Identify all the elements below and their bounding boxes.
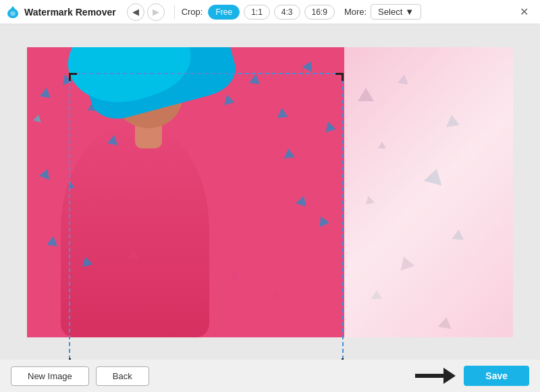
tri-5 xyxy=(33,113,43,122)
more-label: More: xyxy=(344,7,367,17)
crop-4-3-button[interactable]: 4:3 xyxy=(274,5,300,20)
tri-12 xyxy=(302,58,317,72)
close-button[interactable]: ✕ xyxy=(514,3,533,22)
wm-tri-6 xyxy=(364,194,375,204)
crop-1-1-button[interactable]: 1:1 xyxy=(244,5,270,20)
titlebar: Watermark Remover ◀ ▶ Crop: Free 1:1 4:3… xyxy=(0,0,540,24)
svg-marker-1 xyxy=(9,6,17,11)
wm-tri-5 xyxy=(424,166,446,185)
tri-21 xyxy=(229,269,241,280)
tri-11 xyxy=(276,107,288,117)
wm-tri-8 xyxy=(397,254,415,270)
main-image xyxy=(27,47,344,337)
tri-18 xyxy=(296,194,309,206)
select-label: Select xyxy=(378,7,402,17)
image-container xyxy=(27,47,513,337)
watermark-area xyxy=(344,47,513,337)
crop-label: Crop: xyxy=(182,7,203,17)
tri-22 xyxy=(269,289,281,301)
tri-19 xyxy=(316,214,329,227)
tri-20 xyxy=(128,249,139,259)
actionbar: New Image Back Save xyxy=(0,360,540,392)
tri-15 xyxy=(283,147,295,158)
save-button[interactable]: Save xyxy=(464,366,529,386)
tri-10 xyxy=(249,73,261,84)
tri-1 xyxy=(40,86,52,98)
tri-23 xyxy=(47,235,59,246)
dropdown-arrow-icon: ▼ xyxy=(405,7,414,17)
wm-tri-2 xyxy=(398,73,410,84)
svg-rect-3 xyxy=(415,374,443,378)
svg-marker-4 xyxy=(443,368,456,384)
wm-tri-10 xyxy=(438,316,453,329)
app-logo xyxy=(5,5,20,20)
arrow-icon xyxy=(415,366,456,386)
canvas-area xyxy=(0,24,540,360)
divider xyxy=(174,5,175,19)
select-dropdown[interactable]: Select ▼ xyxy=(371,4,421,20)
tri-9 xyxy=(221,93,234,105)
tri-13 xyxy=(323,119,336,132)
svg-point-2 xyxy=(10,11,16,16)
wm-tri-9 xyxy=(371,290,382,299)
forward-nav-button[interactable]: ▶ xyxy=(147,3,165,21)
tri-17 xyxy=(67,181,75,189)
new-image-button[interactable]: New Image xyxy=(11,366,89,386)
app-title: Watermark Remover xyxy=(24,7,116,18)
wm-tri-3 xyxy=(445,113,460,127)
crop-free-button[interactable]: Free xyxy=(208,5,240,20)
wm-tri-1 xyxy=(358,88,374,101)
tri-14 xyxy=(107,134,120,145)
back-button[interactable]: Back xyxy=(96,366,149,386)
back-nav-button[interactable]: ◀ xyxy=(127,3,144,21)
tri-16 xyxy=(39,167,53,179)
crop-16-9-button[interactable]: 16:9 xyxy=(304,5,335,20)
wm-tri-4 xyxy=(378,142,386,148)
woman-body xyxy=(61,121,209,337)
wm-tri-7 xyxy=(452,229,464,240)
